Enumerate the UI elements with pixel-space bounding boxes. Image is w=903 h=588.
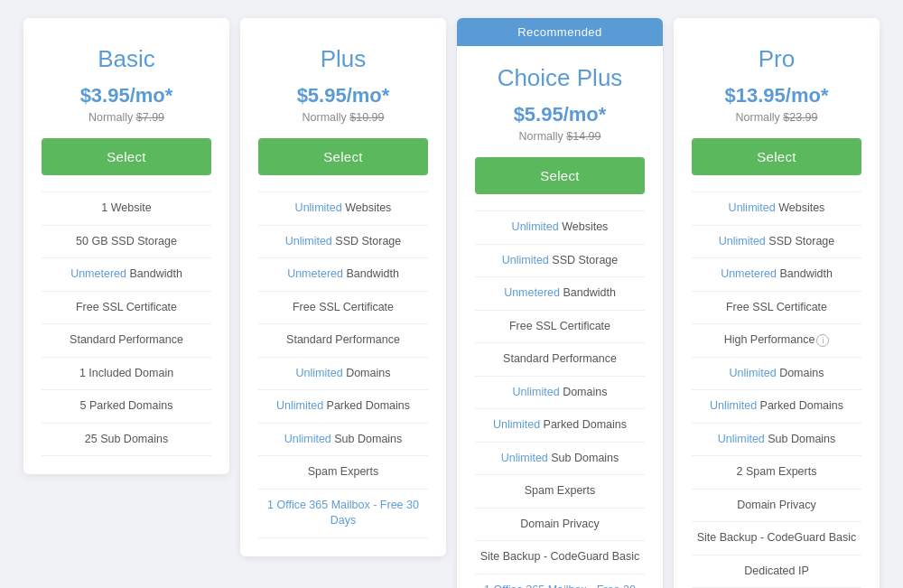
- feature-item: Unlimited Domains: [475, 377, 645, 410]
- plan-card-plus: Plus$5.95/mo*Normally $10.99SelectUnlimi…: [240, 18, 446, 556]
- info-icon[interactable]: i: [816, 334, 829, 347]
- feature-item: 1 Website: [42, 192, 211, 226]
- highlight-text: Unlimited: [719, 235, 766, 247]
- feature-item: 5 Parked Domains: [42, 390, 211, 424]
- feature-item: Unlimited Sub Domains: [475, 443, 645, 476]
- feature-item: Unlimited SSD Storage: [475, 245, 645, 278]
- plan-normal-price-pro: Normally $23.99: [692, 111, 861, 124]
- highlight-text: Unlimited: [729, 201, 776, 214]
- feature-item: Site Backup - CodeGuard Basic: [692, 522, 861, 555]
- feature-item: 2 Spam Experts: [692, 456, 861, 490]
- feature-item: Standard Performance: [42, 324, 211, 358]
- pricing-container: Basic$3.95/mo*Normally $7.99Select1 Webs…: [18, 18, 885, 588]
- features-list-choice-plus: Unlimited WebsitesUnlimited SSD StorageU…: [475, 210, 645, 588]
- plan-card-basic: Basic$3.95/mo*Normally $7.99Select1 Webs…: [23, 18, 229, 474]
- select-button-plus[interactable]: Select: [258, 138, 428, 175]
- plan-price-choice-plus: $5.95/mo*: [475, 103, 645, 126]
- feature-item: 1 Included Domain: [42, 358, 211, 391]
- feature-item: Unmetered Bandwidth: [258, 258, 428, 292]
- feature-item: Unmetered Bandwidth: [475, 277, 645, 311]
- plan-name-plus: Plus: [258, 45, 428, 73]
- feature-item: Unlimited Websites: [692, 192, 861, 226]
- feature-item: Unlimited Parked Domains: [475, 409, 645, 443]
- feature-item: Dedicated IP: [692, 555, 861, 589]
- plan-price-basic: $3.95/mo*: [42, 84, 211, 107]
- plan-normal-price-choice-plus: Normally $14.99: [475, 130, 645, 143]
- feature-item: 1 Office 365 Mailbox - Free 30 Days: [258, 490, 428, 538]
- feature-item: Unlimited Sub Domains: [692, 424, 861, 457]
- highlight-text: Unlimited: [285, 235, 332, 247]
- feature-item: Unlimited Parked Domains: [258, 390, 428, 424]
- highlight-text: Unmetered: [504, 286, 560, 299]
- highlight-text: Unlimited: [710, 399, 757, 412]
- feature-item: Unlimited Websites: [258, 192, 428, 226]
- select-button-basic[interactable]: Select: [42, 138, 211, 175]
- highlight-text: Unmetered: [70, 267, 126, 280]
- recommended-badge: Recommended: [457, 18, 663, 46]
- plan-card-choice-plus: RecommendedChoice Plus$5.95/mo*Normally …: [457, 18, 663, 588]
- feature-item: Unmetered Bandwidth: [42, 258, 211, 292]
- feature-item: 50 GB SSD Storage: [42, 226, 211, 259]
- highlight-text: Unlimited: [501, 452, 548, 464]
- feature-item: Unlimited Domains: [692, 358, 861, 391]
- feature-item: Unlimited Parked Domains: [692, 390, 861, 424]
- highlight-text: Unlimited: [296, 367, 343, 379]
- highlight-text: Unlimited: [284, 433, 331, 445]
- feature-item: Free SSL Certificate: [42, 292, 211, 325]
- features-list-basic: 1 Website50 GB SSD StorageUnmetered Band…: [42, 191, 211, 456]
- feature-item: Free SSL Certificate: [475, 311, 645, 344]
- feature-item: Domain Privacy: [475, 509, 645, 542]
- feature-item: Standard Performance: [258, 324, 428, 358]
- plan-name-pro: Pro: [692, 45, 861, 73]
- highlight-text: Unlimited: [276, 399, 323, 412]
- plan-price-plus: $5.95/mo*: [258, 84, 428, 107]
- features-list-pro: Unlimited WebsitesUnlimited SSD StorageU…: [692, 191, 861, 588]
- feature-item: 1 Office 365 Mailbox - Free 30 Days: [475, 574, 645, 589]
- highlight-text: Unlimited: [718, 433, 765, 445]
- feature-item: 25 Sub Domains: [42, 424, 211, 457]
- plan-name-choice-plus: Choice Plus: [475, 64, 645, 92]
- office365-link-choice-plus[interactable]: 1 Office 365 Mailbox - Free 30 Days: [484, 583, 636, 589]
- feature-item: Unlimited Sub Domains: [258, 424, 428, 457]
- plan-name-basic: Basic: [42, 45, 211, 73]
- select-button-pro[interactable]: Select: [692, 138, 861, 175]
- highlight-text: Unmetered: [721, 267, 777, 280]
- feature-item: Spam Experts: [475, 475, 645, 509]
- feature-item: Unmetered Bandwidth: [692, 258, 861, 292]
- feature-item: Unlimited SSD Storage: [692, 226, 861, 259]
- feature-item: Unlimited Websites: [475, 211, 645, 245]
- highlight-text: Unlimited: [295, 201, 342, 214]
- features-list-plus: Unlimited WebsitesUnlimited SSD StorageU…: [258, 191, 428, 538]
- plan-normal-price-basic: Normally $7.99: [42, 111, 211, 124]
- feature-item: Standard Performance: [475, 343, 645, 377]
- feature-item: High Performancei: [692, 324, 861, 358]
- plan-card-pro: Pro$13.95/mo*Normally $23.99SelectUnlimi…: [674, 18, 880, 588]
- highlight-text: Unlimited: [502, 254, 549, 266]
- feature-item: Free SSL Certificate: [258, 292, 428, 325]
- feature-item: Free SSL Certificate: [692, 292, 861, 325]
- feature-item: Unlimited Domains: [258, 358, 428, 391]
- highlight-text: Unlimited: [512, 220, 559, 233]
- feature-item: Site Backup - CodeGuard Basic: [475, 541, 645, 574]
- highlight-text: Unmetered: [287, 267, 343, 280]
- feature-item: Domain Privacy: [692, 490, 861, 523]
- feature-item: Spam Experts: [258, 456, 428, 490]
- plan-normal-price-plus: Normally $10.99: [258, 111, 428, 124]
- office365-link-plus[interactable]: 1 Office 365 Mailbox - Free 30 Days: [267, 499, 419, 527]
- select-button-choice-plus[interactable]: Select: [475, 157, 645, 194]
- feature-item: Unlimited SSD Storage: [258, 226, 428, 259]
- highlight-text: Unlimited: [730, 367, 777, 379]
- highlight-text: Unlimited: [493, 418, 540, 431]
- highlight-text: Unlimited: [513, 386, 560, 398]
- plan-price-pro: $13.95/mo*: [692, 84, 861, 107]
